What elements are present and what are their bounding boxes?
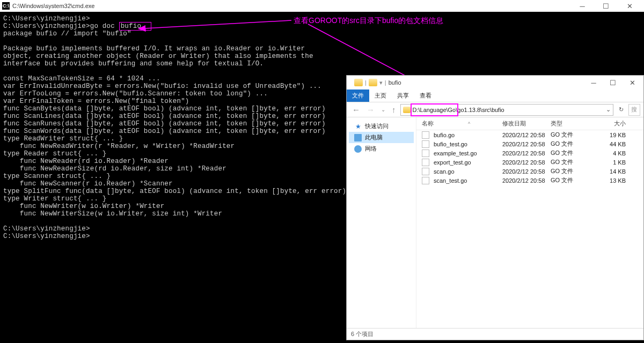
explorer-statusbar: 6 个项目 [347, 328, 643, 340]
search-input[interactable]: 搜 [628, 104, 640, 116]
prompt-line: C:\Users\yinzhengjie> [3, 15, 90, 23]
prompt-line: C:\Users\yinzhengjie>go doc [3, 23, 119, 30]
minimize-button[interactable]: ─ [586, 79, 602, 87]
pc-icon [354, 134, 362, 141]
highlighted-argument: bufio [119, 22, 151, 31]
file-size: 19 KB [594, 132, 631, 138]
file-date: 2020/2/12 20:58 [502, 159, 551, 166]
file-header: 名称 ^ 修改日期 类型 大小 [416, 117, 643, 130]
close-button[interactable]: ✕ [621, 2, 638, 10]
explorer-address-row: ← → ⌄ ↑ D:\Language\Go\go1.13.8\src\bufi… [347, 102, 643, 117]
file-name: bufio_test.go [434, 141, 467, 147]
explorer-sidebar: ★ 快速访问 此电脑 网络 [347, 117, 416, 328]
refresh-button[interactable]: ↻ [616, 106, 626, 113]
folder-icon [354, 79, 363, 86]
file-pane: 名称 ^ 修改日期 类型 大小 bufio.go2020/2/12 20:58G… [416, 117, 643, 328]
explorer-content: ★ 快速访问 此电脑 网络 名称 ^ 修改日期 类型 大小 [347, 117, 643, 328]
ribbon-view-tab[interactable]: 查看 [414, 90, 437, 102]
file-row[interactable]: export_test.go2020/2/12 20:58GO 文件1 KB [416, 158, 643, 167]
file-date: 2020/2/12 20:58 [502, 168, 551, 175]
explorer-window: | ▾ | bufio ─ ☐ ✕ 文件 主页 共享 查看 ← → ⌄ ↑ D:… [346, 75, 644, 340]
file-list[interactable]: bufio.go2020/2/12 20:58GO 文件19 KBbufio_t… [416, 130, 643, 185]
file-type: GO 文件 [551, 140, 594, 148]
file-date: 2020/2/12 20:58 [502, 177, 551, 184]
file-date: 2020/2/12 20:58 [502, 141, 551, 147]
address-text[interactable]: D:\Language\Go\go1.13.8\src\bufio [413, 107, 504, 113]
address-bar[interactable]: D:\Language\Go\go1.13.8\src\bufio ⌄ [400, 104, 614, 116]
close-button[interactable]: ✕ [624, 79, 640, 87]
sort-indicator: ^ [468, 121, 470, 126]
col-date[interactable]: 修改日期 [502, 120, 551, 128]
file-date: 2020/2/12 20:58 [502, 150, 551, 156]
file-date: 2020/2/12 20:58 [502, 132, 551, 138]
file-name: scan_test.go [434, 177, 467, 184]
file-row[interactable]: scan.go2020/2/12 20:58GO 文件14 KB [416, 167, 643, 176]
sidebar-quick-access[interactable]: ★ 快速访问 [349, 121, 414, 132]
history-dropdown-icon[interactable]: ⌄ [606, 106, 611, 113]
annotation-text: 查看GOROOT的src目录下bufio的包文档信息 [294, 16, 443, 26]
back-button[interactable]: ← [350, 105, 362, 114]
file-icon [422, 177, 429, 184]
file-type: GO 文件 [551, 149, 594, 157]
file-icon [422, 150, 429, 157]
file-size: 4 KB [594, 150, 631, 156]
ribbon-share-tab[interactable]: 共享 [392, 90, 414, 102]
file-row[interactable]: bufio.go2020/2/12 20:58GO 文件19 KB [416, 130, 643, 139]
file-type: GO 文件 [551, 167, 594, 175]
file-icon [422, 159, 429, 166]
folder-icon [369, 79, 377, 86]
file-size: 1 KB [594, 159, 631, 166]
explorer-window-controls: ─ ☐ ✕ [586, 79, 640, 87]
file-name: example_test.go [434, 150, 477, 156]
col-size[interactable]: 大小 [594, 120, 631, 128]
file-row[interactable]: bufio_test.go2020/2/12 20:58GO 文件44 KB [416, 139, 643, 148]
cmd-output: package bufio // import "bufio" Package … [3, 30, 346, 218]
ribbon-home-tab[interactable]: 主页 [369, 90, 392, 102]
up-button[interactable]: ↑ [390, 105, 398, 114]
sidebar-label: 快速访问 [365, 122, 389, 130]
explorer-titlebar[interactable]: | ▾ | bufio ─ ☐ ✕ [347, 76, 643, 90]
star-icon: ★ [354, 123, 362, 130]
folder-icon [403, 107, 411, 113]
cmd-title: C:\Windows\system32\cmd.exe [12, 3, 574, 9]
file-icon [422, 131, 429, 139]
explorer-title: bufio [389, 79, 401, 86]
cmd-window-controls: ─ ☐ ✕ [574, 2, 642, 10]
maximize-button[interactable]: ☐ [605, 79, 621, 87]
maximize-button[interactable]: ☐ [598, 2, 614, 10]
col-name[interactable]: 名称 ^ [416, 120, 502, 128]
prompt-line: C:\Users\yinzhengjie> [3, 233, 90, 240]
file-size: 44 KB [594, 141, 631, 147]
file-size: 14 KB [594, 168, 631, 175]
recent-dropdown[interactable]: ⌄ [379, 107, 387, 113]
file-type: GO 文件 [551, 176, 594, 184]
file-row[interactable]: example_test.go2020/2/12 20:58GO 文件4 KB [416, 148, 643, 158]
file-icon [422, 140, 429, 148]
file-type: GO 文件 [551, 158, 594, 166]
cmd-icon: C:\ [2, 2, 10, 10]
file-name: bufio.go [434, 132, 455, 138]
explorer-ribbon: 文件 主页 共享 查看 [347, 90, 643, 102]
file-row[interactable]: scan_test.go2020/2/12 20:58GO 文件13 KB [416, 176, 643, 185]
ribbon-file-tab[interactable]: 文件 [347, 90, 369, 102]
explorer-tab[interactable]: | ▾ | bufio [350, 78, 406, 87]
sidebar-label: 此电脑 [365, 133, 383, 141]
forward-button[interactable]: → [364, 105, 377, 114]
sidebar-label: 网络 [365, 145, 377, 153]
minimize-button[interactable]: ─ [574, 2, 590, 10]
file-name: scan.go [434, 168, 455, 175]
file-name: export_test.go [434, 159, 471, 166]
network-icon [354, 145, 362, 153]
cmd-titlebar[interactable]: C:\ C:\Windows\system32\cmd.exe ─ ☐ ✕ [0, 0, 644, 12]
file-icon [422, 168, 429, 175]
prompt-line: C:\Users\yinzhengjie> [3, 225, 90, 233]
sidebar-network[interactable]: 网络 [349, 143, 414, 154]
file-size: 13 KB [594, 177, 631, 184]
sidebar-this-pc[interactable]: 此电脑 [349, 132, 414, 143]
file-type: GO 文件 [551, 131, 594, 139]
col-type[interactable]: 类型 [551, 120, 594, 128]
